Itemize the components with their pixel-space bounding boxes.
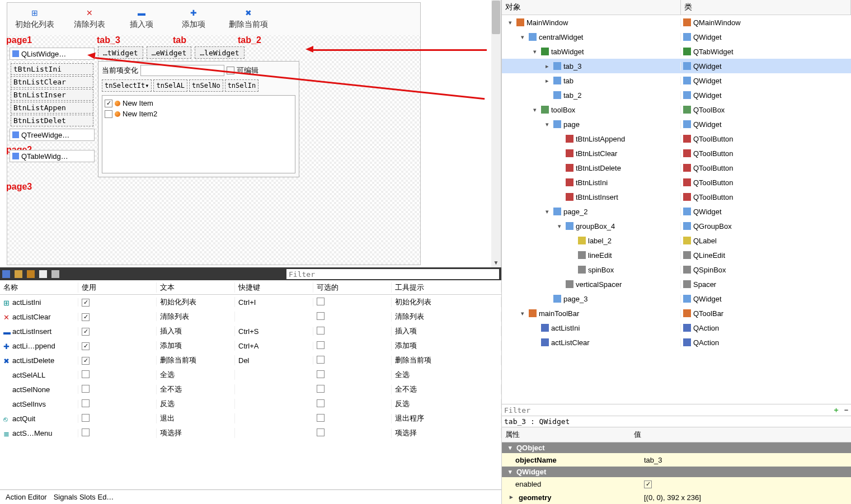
list-item[interactable]: New Item2 <box>105 109 293 119</box>
action-use-checkbox[interactable] <box>82 428 90 436</box>
action-use-checkbox[interactable] <box>82 357 90 365</box>
toolbar-action[interactable]: ✖删除当前项 <box>221 3 276 35</box>
tree-toggle-icon[interactable]: ▾ <box>556 223 563 230</box>
tab-button[interactable]: …eWidget <box>147 46 192 59</box>
tree-row[interactable]: lineEditQLineEdit <box>502 248 851 262</box>
tree-toggle-icon[interactable]: ▸ <box>543 77 551 84</box>
prop-col-name[interactable]: 属性 <box>502 427 631 442</box>
action-filter-input[interactable] <box>286 269 499 279</box>
toolbox-button[interactable]: BtnListAppen <box>11 102 93 114</box>
toolbox-button[interactable]: BtnListClear <box>11 76 93 88</box>
action-row[interactable]: ✚actLi…ppend 添加项 Ctrl+A 添加项 <box>0 338 501 353</box>
property-group[interactable]: ▾QObject <box>502 442 851 453</box>
action-row[interactable]: ▬actListInsert 插入项 Ctrl+S 插入项 <box>0 324 501 338</box>
tree-row[interactable]: ▸tabQWidget <box>502 73 851 88</box>
property-filter-input[interactable] <box>502 405 831 416</box>
action-row[interactable]: ≣actS…Menu 项选择 项选择 <box>0 426 501 440</box>
property-row[interactable]: objectNametab_3 <box>502 453 851 467</box>
current-item-input[interactable] <box>140 65 224 76</box>
tree-toggle-icon[interactable]: ▾ <box>543 121 551 128</box>
action-optional-checkbox[interactable] <box>317 341 325 349</box>
action-optional-checkbox[interactable] <box>317 370 325 378</box>
action-col-header[interactable]: 使用 <box>78 282 157 293</box>
tree-row[interactable]: ▸tab_3QWidget <box>502 59 851 73</box>
tab-button[interactable]: …leWidget <box>195 46 244 59</box>
action-tb-icon[interactable] <box>51 270 59 278</box>
tree-row[interactable]: actListClearQAction <box>502 335 851 350</box>
action-row[interactable]: actSelInvs 反选 反选 <box>0 397 501 411</box>
toolbox-button[interactable]: BtnListInser <box>11 89 93 101</box>
action-tb-icon[interactable] <box>15 270 22 278</box>
property-checkbox[interactable] <box>644 481 652 488</box>
tree-row[interactable]: ▾page_2QWidget <box>502 204 851 219</box>
action-tb-icon[interactable] <box>39 270 47 278</box>
action-col-header[interactable]: 快捷键 <box>235 282 313 293</box>
toolbar-action[interactable]: ⊞初始化列表 <box>7 3 62 35</box>
insp-col-object[interactable]: 对象 <box>502 0 681 15</box>
tree-toggle-icon[interactable]: ▸ <box>543 63 551 70</box>
tree-row[interactable]: page_3QWidget <box>502 291 851 306</box>
tree-row[interactable]: ▾pageQWidget <box>502 117 851 131</box>
toolbox-page-2[interactable]: QTreeWidge… <box>10 129 95 141</box>
action-optional-checkbox[interactable] <box>317 414 325 422</box>
action-optional-checkbox[interactable] <box>317 385 325 393</box>
tree-row[interactable]: ▾groupBox_4QGroupBox <box>502 219 851 233</box>
action-col-header[interactable]: 名称 <box>0 282 78 293</box>
select-button[interactable]: tnSelectIt▾ <box>102 79 152 92</box>
tree-toggle-icon[interactable]: ▾ <box>543 208 551 215</box>
property-row[interactable]: ▸geometry[(0, 0), 392 x 236] <box>502 491 851 504</box>
action-col-header[interactable]: 工具提示 <box>392 282 501 293</box>
tree-row[interactable]: tab_2QWidget <box>502 88 851 102</box>
scroll-thumb[interactable] <box>492 1 500 34</box>
select-button[interactable]: tnSelAL <box>153 79 187 92</box>
action-use-checkbox[interactable] <box>82 370 90 378</box>
tree-row[interactable]: tBtnListAppendQToolButton <box>502 131 851 146</box>
tree-toggle-icon[interactable]: ▾ <box>531 48 539 55</box>
action-row[interactable]: ⎋actQuit 退出 退出程序 <box>0 411 501 426</box>
tree-row[interactable]: ▾centralWidgetQWidget <box>502 30 851 44</box>
list-widget[interactable]: New ItemNew Item2 <box>102 95 295 173</box>
tree-toggle-icon[interactable]: ▾ <box>531 106 539 114</box>
tab-signals-slots[interactable]: Signals Slots Ed… <box>54 493 114 501</box>
tree-row[interactable]: verticalSpacerSpacer <box>502 277 851 291</box>
toolbox-page-1[interactable]: QListWidge… <box>10 48 95 60</box>
action-tb-icon[interactable] <box>2 270 10 278</box>
action-use-checkbox[interactable] <box>82 385 90 393</box>
action-row[interactable]: actSelNone 全不选 全不选 <box>0 382 501 397</box>
property-group[interactable]: ▾QWidget <box>502 467 851 477</box>
tree-toggle-icon[interactable]: ▾ <box>519 34 526 41</box>
action-col-header[interactable]: 可选的 <box>313 282 392 293</box>
action-use-checkbox[interactable] <box>82 342 90 350</box>
select-button[interactable]: tnSelIn <box>225 79 259 92</box>
list-item-checkbox[interactable] <box>105 110 112 118</box>
action-tb-icon[interactable] <box>27 270 35 278</box>
property-value[interactable]: tab_3 <box>631 456 851 464</box>
tab-button[interactable]: …tWidget <box>98 46 143 59</box>
property-row[interactable]: enabled <box>502 477 851 491</box>
action-row[interactable]: ✕actListClear 清除列表 清除列表 <box>0 309 501 324</box>
editable-checkbox[interactable] <box>227 67 234 74</box>
action-row[interactable]: actSelALL 全选 全选 <box>0 368 501 382</box>
tree-row[interactable]: ▾mainToolBarQToolBar <box>502 306 851 321</box>
action-optional-checkbox[interactable] <box>317 298 325 305</box>
form-canvas[interactable]: ⊞初始化列表✕清除列表▬插入项✚添加项✖删除当前项 page1 tab_3 ta… <box>7 2 421 265</box>
toolbox-page-3[interactable]: QTableWidg… <box>10 150 95 162</box>
tree-row[interactable]: actListIniQAction <box>502 321 851 335</box>
action-use-checkbox[interactable] <box>82 328 90 336</box>
list-item[interactable]: New Item <box>105 98 293 109</box>
tree-row[interactable]: tBtnListDeleteQToolButton <box>502 161 851 175</box>
insp-col-class[interactable]: 类 <box>681 0 851 15</box>
tree-row[interactable]: ▾tabWidgetQTabWidget <box>502 44 851 59</box>
toolbox-button[interactable]: tBtnListIni <box>11 63 93 75</box>
tree-row[interactable]: spinBoxQSpinBox <box>502 262 851 277</box>
toolbar-action[interactable]: ✚添加项 <box>166 3 221 35</box>
add-property-icon[interactable]: ＋ <box>831 405 841 415</box>
tab-action-editor[interactable]: Action Editor <box>6 493 47 501</box>
select-button[interactable]: tnSelNo <box>189 79 223 92</box>
tree-toggle-icon[interactable]: ▾ <box>506 19 514 26</box>
action-use-checkbox[interactable] <box>82 313 90 321</box>
tree-row[interactable]: label_2QLabel <box>502 233 851 248</box>
action-optional-checkbox[interactable] <box>317 312 325 320</box>
prop-col-value[interactable]: 值 <box>631 427 851 442</box>
action-row[interactable]: ✖actListDelete 删除当前项 Del 删除当前项 <box>0 353 501 368</box>
